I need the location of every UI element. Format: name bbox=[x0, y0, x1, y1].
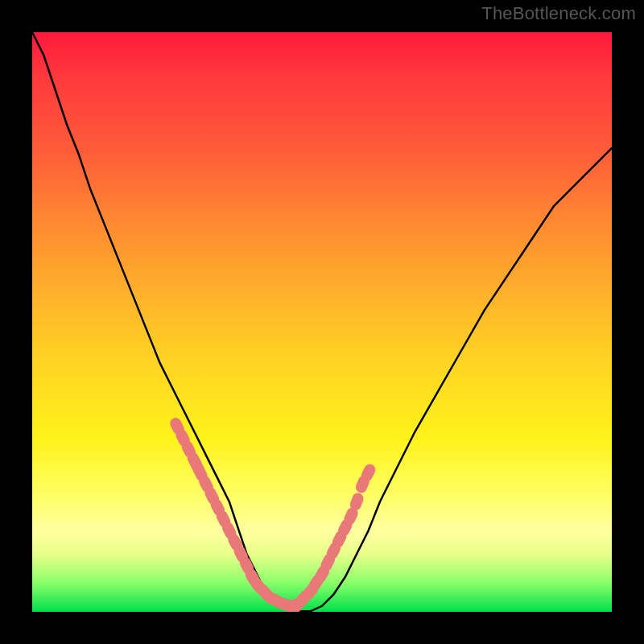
marker-series-right bbox=[283, 462, 378, 612]
chart-frame: TheBottleneck.com bbox=[0, 0, 644, 644]
bottleneck-curve bbox=[32, 32, 612, 611]
marker-series-left bbox=[168, 416, 303, 612]
chart-svg bbox=[32, 32, 612, 612]
watermark-text: TheBottleneck.com bbox=[481, 3, 636, 24]
plot-area bbox=[32, 32, 612, 612]
